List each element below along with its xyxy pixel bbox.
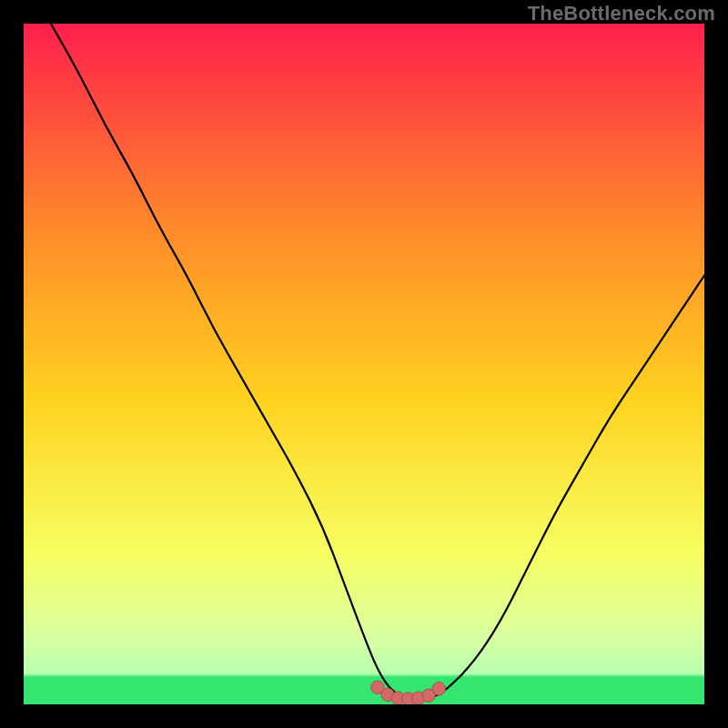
gradient-background xyxy=(24,24,704,704)
optimal-marker xyxy=(432,682,445,695)
chart-frame: TheBottleneck.com xyxy=(0,0,728,728)
bottleneck-chart xyxy=(24,24,704,704)
watermark-text: TheBottleneck.com xyxy=(528,2,715,25)
plot-area xyxy=(24,24,704,704)
